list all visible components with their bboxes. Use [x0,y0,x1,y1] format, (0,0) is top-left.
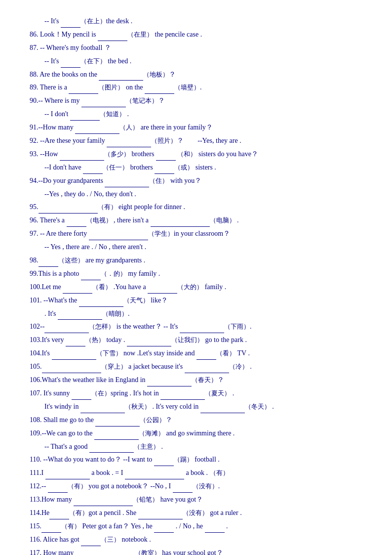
line-27: 105.（穿上） a jacket because it's （冷） . [30,360,362,373]
line-21: 100.Let me （看） .You have a （大的） family . [30,281,362,294]
line-24: 102--（怎样） is the weather？ -- It's （下雨）. [30,320,362,333]
blank [127,340,171,346]
line-14: --Yes , they do . / No, they don't . [44,188,362,201]
blank [66,340,85,346]
line-13: 94.--Do your grandparents （住） with you？ [30,174,362,187]
blank [94,433,139,440]
line-18: -- Yes , there are . / No , there aren't… [44,241,362,254]
blank [160,393,205,400]
line-15: 95.（有） eight people for dinner . [30,201,362,213]
line-33: -- That's a good （主意） . [44,440,362,453]
line-36: 112.-- （有） you got a notebook？ --No , I … [30,480,362,493]
line-26: 104.It's （下雪） now .Let's stay inside and… [30,347,362,360]
line-9: 91.--How many （人） are there in your fami… [30,121,362,134]
blank [81,539,101,546]
blank [105,180,149,187]
line-37: 113.How many （铅笔） have you got？ [30,493,362,506]
blank [83,167,103,174]
blank [151,220,210,227]
blank [79,300,123,307]
blank [145,87,174,94]
blank [45,472,90,479]
blank [52,353,96,360]
blank [41,526,61,533]
line-25: 103.It's very （热） today . （让我们） go to th… [30,334,362,346]
line-10: 92. --Are these your family （照片）？ --Yes,… [30,134,362,147]
blank [44,326,89,333]
blank [60,154,104,161]
line-8: -- I don't （知道） . [44,108,362,121]
line-19: 98.（这些） are my grandparents . [30,254,362,267]
blank [147,380,192,386]
blank [180,326,224,333]
line-34: 110. --What do you want to do？ --I want … [30,453,362,466]
line-35: 111.I a book . = I a book . （有） [30,467,362,479]
blank [42,366,101,373]
blank [89,446,134,453]
blank [138,512,183,519]
blank [196,353,216,360]
blank [125,472,184,479]
blank [81,273,101,280]
line-6: 89. There is a （图片） on the （墙壁）. [30,81,362,94]
line-39: 115.（有） Peter got a fan？ Yes , he . / No… [30,520,362,533]
line-20: 99.This is a photo （．的） my family . [30,267,362,280]
line-22: 101. --What's the （天气） like？ [30,294,362,307]
line-23: . It's （晴朗）. [44,307,362,320]
blank [39,260,58,267]
blank [173,486,193,493]
line-40: 116. Alice has got （三） notebook . [30,533,362,546]
blank [81,100,126,107]
line-12: --I don't have （任一） brothers （或） sisters… [44,161,362,174]
blank [99,74,143,81]
blank [70,114,100,121]
line-11: 93. --How （多少） brothers （和） sisters do y… [30,148,362,161]
line-3: 87. -- Where's my football ？ [30,42,362,54]
blank [80,406,125,413]
line-32: 109.--We can go to the （海滩） and go swimm… [30,427,362,440]
line-41: 117. How many （教室） has your school got？ [30,547,362,555]
blank [58,313,102,320]
line-30: It's windy in （秋天） . It's very cold in （… [44,400,362,413]
blank [69,87,98,94]
blank [67,220,86,227]
blank [76,553,135,555]
blank [95,420,140,427]
blank [98,34,127,41]
blank [61,61,80,68]
line-7: 90.-- Where is my （笔记本）？ [30,94,362,107]
line-38: 114.He（有）got a pencil . She （没有） got a r… [30,507,362,519]
blank [156,154,176,161]
blank [49,512,69,519]
line-31: 108. Shall me go to the （公园）？ [30,414,362,427]
blank [74,499,133,506]
blank [61,21,80,28]
line-29: 107. It's sunny （在）spring . It's hot in … [30,387,362,400]
blank [75,127,119,134]
blank [200,406,245,413]
line-5: 88. Are the books on the （地板）？ [30,68,362,81]
main-content: -- It's （在上）the desk . 86. Look！My penci… [20,10,372,555]
blank [48,486,68,493]
line-17: 97. -- Are there forty （学生）in your class… [30,227,362,240]
blank [155,167,174,174]
line-1: -- It's （在上）the desk . [44,15,362,28]
blank [148,287,177,294]
line-28: 106.What's the weather like in England i… [30,374,362,386]
line-4: -- It's （在下） the bed . [44,55,362,68]
blank [154,526,174,533]
line-2: 86. Look！My pencil is （在里） the pencile c… [30,28,362,41]
blank [89,233,148,240]
blank [107,140,151,147]
blank [154,459,174,466]
blank [39,207,98,213]
blank [72,393,91,400]
blank [185,366,229,373]
blank [63,287,92,294]
blank [205,526,225,533]
line-16: 96. There's a （电视） , there isn't a （电脑） … [30,214,362,227]
